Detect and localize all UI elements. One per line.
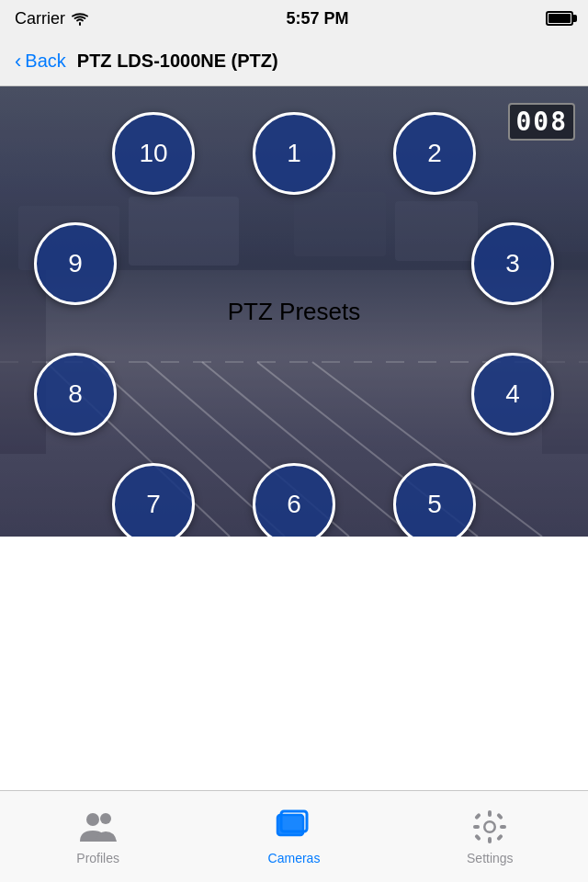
- svg-rect-28: [474, 833, 481, 841]
- counter-display: 008: [508, 103, 575, 141]
- back-chevron-icon: ‹: [15, 51, 21, 72]
- back-button[interactable]: ‹ Back: [15, 51, 66, 72]
- svg-rect-10: [129, 197, 239, 266]
- page-title: PTZ LDS-1000NE (PTZ): [77, 51, 278, 72]
- status-time: 5:57 PM: [286, 9, 348, 28]
- svg-rect-25: [500, 825, 506, 829]
- preset-button-6[interactable]: 6: [253, 463, 335, 537]
- profiles-icon: [80, 808, 117, 845]
- svg-rect-22: [488, 810, 492, 817]
- carrier-label: Carrier: [15, 9, 89, 28]
- svg-rect-27: [496, 812, 503, 820]
- tab-cameras-label: Cameras: [268, 851, 321, 865]
- svg-point-16: [100, 813, 111, 824]
- svg-rect-13: [0, 270, 46, 454]
- content-area: [0, 537, 588, 794]
- preset-button-1[interactable]: 1: [253, 112, 335, 195]
- svg-rect-23: [488, 837, 492, 843]
- preset-button-7[interactable]: 7: [112, 463, 195, 537]
- svg-point-21: [486, 822, 494, 831]
- camera-view: 008 PTZ Presets 10 1 2 9 3 8 4 7 6 5: [0, 86, 588, 537]
- status-bar: Carrier 5:57 PM: [0, 0, 588, 37]
- tab-cameras[interactable]: Cameras: [196, 791, 391, 882]
- svg-rect-26: [474, 812, 481, 820]
- cameras-icon: [276, 808, 312, 845]
- svg-rect-11: [294, 192, 386, 256]
- battery-icon: [546, 11, 573, 26]
- svg-rect-12: [395, 201, 478, 261]
- tab-bar: Profiles Cameras: [0, 790, 588, 882]
- wifi-icon: [71, 12, 89, 26]
- preset-button-2[interactable]: 2: [393, 112, 476, 195]
- tab-profiles[interactable]: Profiles: [0, 791, 196, 882]
- tab-settings[interactable]: Settings: [392, 791, 588, 882]
- nav-bar: ‹ Back PTZ LDS-1000NE (PTZ): [0, 37, 588, 86]
- preset-button-5[interactable]: 5: [393, 463, 476, 537]
- svg-rect-24: [473, 825, 480, 829]
- svg-point-15: [86, 813, 99, 826]
- tab-profiles-label: Profiles: [76, 851, 119, 865]
- settings-icon: [471, 808, 508, 845]
- preset-button-4[interactable]: 4: [471, 353, 554, 435]
- svg-rect-18: [277, 815, 303, 835]
- preset-button-10[interactable]: 10: [112, 112, 195, 195]
- preset-button-8[interactable]: 8: [34, 353, 117, 435]
- preset-button-9[interactable]: 9: [34, 222, 117, 305]
- svg-rect-29: [496, 833, 503, 841]
- tab-settings-label: Settings: [467, 851, 514, 865]
- preset-button-3[interactable]: 3: [471, 222, 554, 305]
